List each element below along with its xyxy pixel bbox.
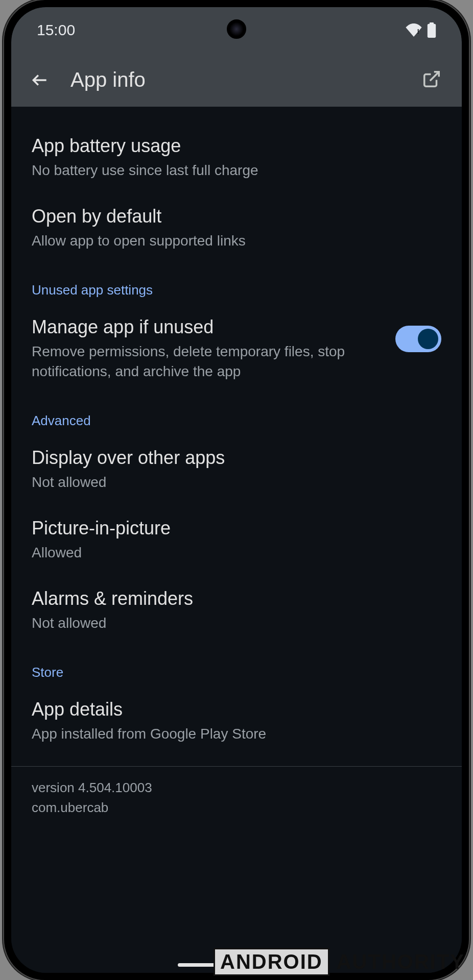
watermark-part-b: AUTHORITY: [337, 950, 465, 973]
settings-content[interactable]: App battery usage No battery use since l…: [11, 107, 462, 973]
setting-title: Manage app if unused: [32, 315, 380, 339]
version-text: version 4.504.10003: [32, 778, 441, 798]
svg-text:!: !: [417, 28, 419, 35]
setting-app-details[interactable]: App details App installed from Google Pl…: [11, 685, 462, 756]
setting-subtitle: Allow app to open supported links: [32, 231, 441, 251]
svg-rect-2: [430, 22, 434, 24]
open-in-new-icon: [422, 69, 441, 89]
setting-manage-app-if-unused[interactable]: Manage app if unused Remove permissions,…: [11, 303, 462, 394]
setting-subtitle: Remove permissions, delete temporary fil…: [32, 341, 380, 381]
watermark-part-a: ANDROID: [214, 948, 329, 976]
arrow-left-icon: [30, 70, 50, 90]
section-store: Store: [11, 645, 462, 685]
setting-open-by-default[interactable]: Open by default Allow app to open suppor…: [11, 192, 462, 263]
setting-title: App battery usage: [32, 134, 441, 158]
status-time: 15:00: [37, 21, 75, 39]
phone-screen: 15:00 ! App info: [11, 7, 462, 973]
setting-title: App details: [32, 698, 441, 722]
setting-title: Alarms & reminders: [32, 587, 441, 611]
section-advanced: Advanced: [11, 394, 462, 434]
app-version-info: version 4.504.10003 com.ubercab: [11, 767, 462, 853]
back-button[interactable]: [30, 70, 50, 90]
section-unused-app-settings: Unused app settings: [11, 263, 462, 303]
wifi-icon: !: [406, 23, 422, 37]
setting-picture-in-picture[interactable]: Picture-in-picture Allowed: [11, 504, 462, 575]
setting-display-over-other-apps[interactable]: Display over other apps Not allowed: [11, 434, 462, 504]
setting-alarms-reminders[interactable]: Alarms & reminders Not allowed: [11, 575, 462, 645]
setting-subtitle: Not allowed: [32, 613, 441, 633]
page-title: App info: [70, 68, 401, 91]
phone-frame: 15:00 ! App info: [4, 0, 469, 980]
setting-app-battery-usage[interactable]: App battery usage No battery use since l…: [11, 122, 462, 192]
toggle-manage-unused[interactable]: [395, 326, 441, 352]
setting-subtitle: Not allowed: [32, 472, 441, 492]
setting-title: Picture-in-picture: [32, 517, 441, 541]
setting-subtitle: No battery use since last full charge: [32, 160, 441, 180]
battery-icon: [427, 22, 436, 38]
camera-punch-hole: [227, 19, 246, 39]
watermark: ANDROID AUTHORITY: [214, 948, 465, 976]
setting-title: Display over other apps: [32, 446, 441, 470]
setting-subtitle: App installed from Google Play Store: [32, 724, 441, 744]
status-icons: !: [406, 22, 436, 38]
app-header: App info: [11, 53, 462, 107]
toggle-thumb: [418, 329, 438, 349]
svg-rect-1: [428, 24, 436, 38]
open-external-button[interactable]: [422, 69, 443, 91]
package-name-text: com.ubercab: [32, 798, 441, 818]
setting-subtitle: Allowed: [32, 543, 441, 562]
setting-title: Open by default: [32, 205, 441, 229]
